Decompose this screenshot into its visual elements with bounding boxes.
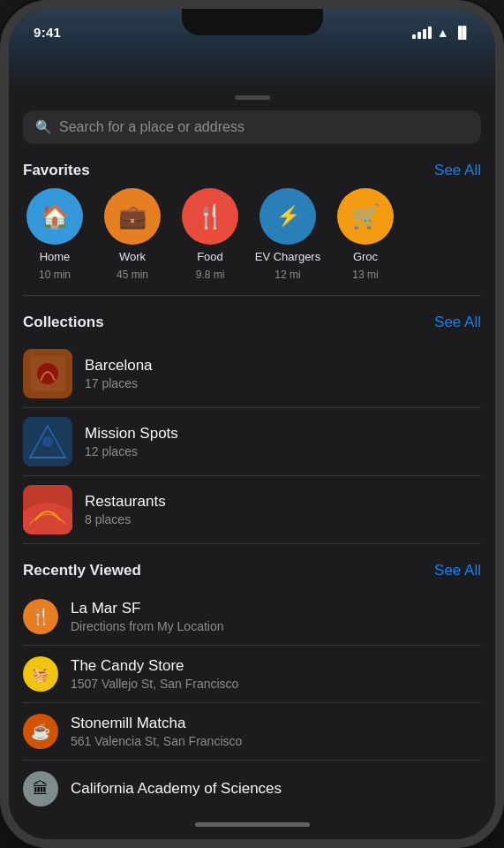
favorite-home[interactable]: 🏠 Home 10 min — [16, 188, 94, 281]
battery-icon: ▐▌ — [455, 26, 470, 39]
candy-name: The Candy Store — [71, 657, 481, 675]
candy-icon: 🧺 — [23, 656, 58, 692]
collection-barcelona[interactable]: Barcelona 17 places — [23, 340, 481, 408]
grocery-label: Groc — [353, 250, 378, 263]
california-name: California Academy of Sciences — [71, 780, 481, 798]
recently-viewed-title: Recently Viewed — [23, 562, 141, 579]
home-indicator[interactable] — [195, 822, 310, 827]
home-sub: 10 min — [39, 269, 71, 281]
barcelona-name: Barcelona — [85, 357, 481, 375]
food-sub: 9.8 mi — [196, 269, 225, 281]
restaurants-thumb — [23, 485, 72, 534]
food-icon: 🍴 — [182, 188, 238, 245]
barcelona-thumb — [23, 349, 72, 398]
mission-name: Mission Spots — [85, 425, 481, 443]
lamar-info: La Mar SF Directions from My Location — [71, 600, 481, 633]
ev-label: EV Chargers — [255, 250, 320, 263]
home-label: Home — [40, 250, 71, 263]
status-time: 9:41 — [34, 25, 61, 40]
california-icon: 🏛 — [23, 771, 58, 806]
recently-viewed-header: Recently Viewed See All — [9, 558, 495, 588]
collection-mission[interactable]: Mission Spots 12 places — [23, 408, 481, 476]
recent-candy[interactable]: 🧺 The Candy Store 1507 Vallejo St, San F… — [23, 646, 481, 703]
grocery-sub: 13 mi — [352, 269, 378, 281]
wifi-icon: ▲ — [437, 26, 449, 40]
drag-handle[interactable] — [235, 95, 270, 100]
notch — [182, 9, 323, 35]
lamar-name: La Mar SF — [71, 600, 481, 617]
work-icon: 💼 — [104, 188, 161, 245]
recent-lamar[interactable]: 🍴 La Mar SF Directions from My Location — [23, 588, 481, 646]
candy-info: The Candy Store 1507 Vallejo St, San Fra… — [71, 657, 481, 691]
recently-viewed-list: 🍴 La Mar SF Directions from My Location … — [9, 588, 495, 809]
phone-frame: 9:41 ▲ ▐▌ 🔍 Search for a place or addres… — [0, 0, 504, 848]
stonemill-sub: 561 Valencia St, San Francisco — [71, 734, 481, 748]
main-content: 🔍 Search for a place or address Favorite… — [9, 88, 495, 809]
grocery-icon: 🛒 — [337, 188, 394, 245]
phone-top-bar: 9:41 ▲ ▐▌ — [9, 9, 495, 88]
restaurants-name: Restaurants — [85, 493, 481, 511]
recently-viewed-see-all[interactable]: See All — [434, 562, 481, 579]
signal-icon — [412, 26, 432, 39]
mission-info: Mission Spots 12 places — [85, 425, 481, 458]
collections-title: Collections — [23, 314, 104, 331]
recent-stonemill[interactable]: ☕ Stonemill Matcha 561 Valencia St, San … — [23, 703, 481, 761]
svg-point-7 — [42, 436, 53, 447]
favorites-list: 🏠 Home 10 min 💼 Work 45 min 🍴 Food 9.8 m… — [9, 188, 495, 295]
collections-list: Barcelona 17 places Mission Spots — [9, 340, 495, 543]
work-sub: 45 min — [117, 269, 148, 281]
recent-california[interactable]: 🏛 California Academy of Sciences — [23, 761, 481, 809]
favorite-food[interactable]: 🍴 Food 9.8 mi — [171, 188, 249, 281]
lamar-icon: 🍴 — [23, 599, 58, 634]
search-icon: 🔍 — [35, 119, 52, 135]
collections-header: Collections See All — [9, 310, 495, 340]
stonemill-info: Stonemill Matcha 561 Valencia St, San Fr… — [71, 715, 481, 748]
restaurants-count: 8 places — [85, 512, 481, 526]
lamar-sub: Directions from My Location — [71, 619, 481, 633]
collection-restaurants[interactable]: Restaurants 8 places — [23, 476, 481, 543]
collections-see-all[interactable]: See All — [434, 314, 481, 331]
restaurants-info: Restaurants 8 places — [85, 493, 481, 526]
bottom-bar — [9, 809, 495, 839]
mission-thumb — [23, 417, 72, 466]
ev-sub: 12 mi — [275, 269, 300, 281]
home-icon: 🏠 — [26, 188, 83, 245]
svg-point-2 — [37, 363, 58, 384]
mission-count: 12 places — [85, 444, 481, 458]
barcelona-info: Barcelona 17 places — [85, 357, 481, 390]
food-label: Food — [197, 250, 223, 263]
search-placeholder: Search for a place or address — [59, 119, 244, 135]
status-icons: ▲ ▐▌ — [412, 26, 470, 40]
search-bar[interactable]: 🔍 Search for a place or address — [23, 110, 481, 144]
california-info: California Academy of Sciences — [71, 780, 481, 798]
favorites-header: Favorites See All — [9, 158, 495, 188]
work-label: Work — [119, 250, 146, 263]
ev-icon: ⚡ — [260, 188, 316, 245]
favorite-work[interactable]: 💼 Work 45 min — [94, 188, 171, 281]
favorites-title: Favorites — [23, 162, 90, 179]
favorites-see-all[interactable]: See All — [434, 162, 481, 179]
favorite-ev[interactable]: ⚡ EV Chargers 12 mi — [249, 188, 327, 281]
candy-sub: 1507 Vallejo St, San Francisco — [71, 677, 481, 691]
favorite-grocery[interactable]: 🛒 Groc 13 mi — [327, 188, 404, 281]
stonemill-icon: ☕ — [23, 714, 58, 749]
stonemill-name: Stonemill Matcha — [71, 715, 481, 732]
barcelona-count: 17 places — [85, 376, 481, 390]
